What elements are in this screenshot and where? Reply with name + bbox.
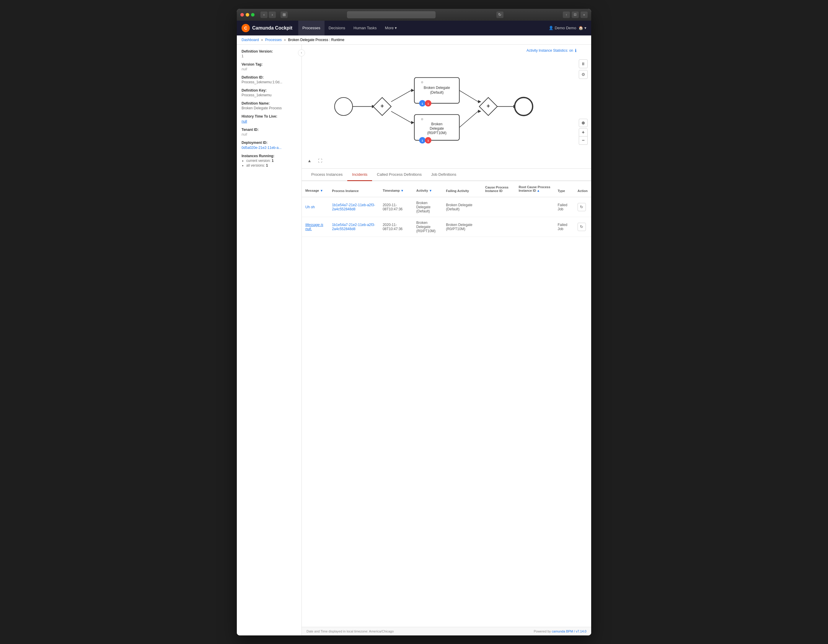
process-instance-link-1[interactable]: 1b1e54a7-21e2-11eb-a2f3-2a4c552848d8 bbox=[332, 203, 375, 211]
svg-text:Delegate: Delegate bbox=[430, 126, 444, 130]
username: Demo Demo bbox=[555, 26, 576, 30]
svg-text:(Default): (Default) bbox=[430, 90, 444, 94]
cell-root-cause-id-1 bbox=[515, 197, 554, 217]
reload-button[interactable]: ↻ bbox=[496, 11, 503, 18]
forward-button[interactable]: › bbox=[269, 11, 276, 18]
nav-processes[interactable]: Processes bbox=[298, 21, 325, 35]
cell-message-2: Message is null. bbox=[302, 217, 328, 237]
maximize-button[interactable] bbox=[251, 13, 254, 17]
breadcrumb-processes[interactable]: Processes bbox=[265, 38, 282, 42]
logo-icon: C bbox=[242, 24, 250, 32]
breadcrumb: Dashboard » Processes » Broken Delegate … bbox=[237, 35, 591, 45]
sidebar: ‹ Definition Version: 1 Version Tag: nul… bbox=[237, 45, 302, 635]
sidebar-version-tag: Version Tag: null bbox=[242, 62, 297, 71]
new-tab-button[interactable]: + bbox=[580, 11, 588, 18]
history-ttl-link[interactable]: null bbox=[242, 119, 247, 124]
retry-button-1[interactable]: ↻ bbox=[578, 203, 586, 211]
tab-called-process-definitions[interactable]: Called Process Definitions bbox=[372, 169, 427, 181]
camunda-link[interactable]: camunda BPM / v7.14.0 bbox=[552, 630, 586, 633]
diagram-expand-button[interactable]: ⛶ bbox=[316, 157, 324, 165]
minimize-button[interactable] bbox=[246, 13, 249, 17]
svg-text:Broken: Broken bbox=[431, 122, 442, 126]
cell-type-2: Failed Job bbox=[554, 217, 574, 237]
nav-human-tasks[interactable]: Human Tasks bbox=[349, 21, 381, 35]
cell-failing-activity-2: Broken Delegate (R0/PT10M) bbox=[442, 217, 481, 237]
col-activity: Activity ▾ bbox=[413, 181, 443, 197]
flow-2 bbox=[391, 90, 411, 102]
main-nav: Processes Decisions Human Tasks More ▾ bbox=[298, 21, 401, 35]
flow-5 bbox=[459, 111, 478, 127]
tab-process-instances[interactable]: Process Instances bbox=[306, 169, 347, 181]
col-timestamp: Timestamp ▾ bbox=[379, 181, 413, 197]
svg-text:Broken Delegate: Broken Delegate bbox=[424, 85, 450, 90]
main-layout: ‹ Definition Version: 1 Version Tag: nul… bbox=[237, 45, 591, 635]
tab-incidents[interactable]: Incidents bbox=[347, 169, 372, 181]
retry-button-2[interactable]: ↻ bbox=[578, 223, 586, 231]
start-event bbox=[334, 97, 353, 116]
bpmn-diagram: + ⚙ Broken Delegate (Default) 1 1 bbox=[302, 45, 591, 168]
app-name: Camunda Cockpit bbox=[252, 25, 292, 31]
zoom-in-button[interactable]: + bbox=[579, 128, 588, 137]
breadcrumb-current: Broken Delegate Process : Runtime bbox=[288, 38, 345, 42]
table-row: Message is null. 1b1e54a7-21e2-11eb-a2f3… bbox=[302, 217, 591, 237]
sidebar-deployment-id: Deployment ID: 0d5a020e-21e2-11eb-a... bbox=[242, 141, 297, 150]
home-button[interactable]: 🏠 ▾ bbox=[579, 26, 586, 30]
app-window: ‹ › ⊞ localhost ↻ ↑ ⊡ + C Camunda Cockpi… bbox=[237, 9, 591, 635]
fit-button[interactable]: ⊕ bbox=[579, 119, 588, 127]
table-row: Uh oh 1b1e54a7-21e2-11eb-a2f3-2a4c552848… bbox=[302, 197, 591, 217]
svg-text:⚙: ⚙ bbox=[421, 81, 423, 84]
breadcrumb-dashboard[interactable]: Dashboard bbox=[242, 38, 259, 42]
cell-root-cause-id-2 bbox=[515, 217, 554, 237]
user-button[interactable]: 👤 Demo Demo bbox=[549, 26, 576, 30]
back-button[interactable]: ‹ bbox=[260, 11, 268, 18]
process-instance-link-2[interactable]: 1b1e54a7-21e2-11eb-a2f3-2a4c552848d8 bbox=[332, 223, 375, 231]
col-type: Type bbox=[554, 181, 574, 197]
message-link-1[interactable]: Uh oh bbox=[305, 205, 315, 209]
sidebar-definition-name: Definition Name: Broken Delegate Process bbox=[242, 101, 297, 110]
flow-3 bbox=[391, 111, 411, 122]
cell-message-1: Uh oh bbox=[302, 197, 328, 217]
svg-text:1: 1 bbox=[422, 139, 423, 142]
diagram-up-button[interactable]: ▲ bbox=[305, 157, 314, 165]
cell-cause-id-2 bbox=[481, 217, 515, 237]
tab-job-definitions[interactable]: Job Definitions bbox=[427, 169, 461, 181]
cell-failing-activity-1: Broken Delegate (Default) bbox=[442, 197, 481, 217]
app-footer: Date and Time displayed in local timezon… bbox=[302, 627, 591, 635]
svg-marker-2 bbox=[411, 89, 414, 92]
col-message: Message ▾ bbox=[302, 181, 328, 197]
cell-timestamp-2: 2020-11-08T10:47:36 bbox=[379, 217, 413, 237]
app-logo: C Camunda Cockpit bbox=[242, 24, 292, 32]
url-bar[interactable]: localhost bbox=[347, 11, 436, 18]
user-icon: 👤 bbox=[549, 26, 554, 30]
cell-activity-1: Broken Delegate(Default) bbox=[413, 197, 443, 217]
col-process-instance: Process Instance bbox=[328, 181, 379, 197]
stats-label: Activity Instance Statistics: on bbox=[527, 49, 573, 53]
cell-type-1: Failed Job bbox=[554, 197, 574, 217]
col-action: Action bbox=[574, 181, 591, 197]
svg-text:(R0/PT10M): (R0/PT10M) bbox=[427, 131, 447, 135]
cell-action-1: ↻ bbox=[574, 197, 591, 217]
sidebar-toggle-button[interactable]: ⊡ bbox=[572, 11, 579, 18]
svg-marker-10 bbox=[411, 121, 414, 124]
deployment-id-link[interactable]: 0d5a020e-21e2-11eb-a... bbox=[242, 146, 281, 150]
view-button[interactable]: ⊞ bbox=[281, 11, 288, 18]
sidebar-definition-id: Definition ID: Process_1eknwmu:1:0d... bbox=[242, 75, 297, 84]
sidebar-collapse-button[interactable]: ‹ bbox=[298, 49, 305, 57]
diagram-area: Activity Instance Statistics: on ℹ ⏸ ⚙ bbox=[302, 45, 591, 169]
svg-text:+: + bbox=[487, 102, 490, 109]
settings-button[interactable]: ⚙ bbox=[579, 70, 588, 79]
end-event bbox=[515, 97, 533, 116]
close-button[interactable] bbox=[240, 13, 244, 17]
svg-text:1: 1 bbox=[427, 139, 429, 142]
share-button[interactable]: ↑ bbox=[563, 11, 570, 18]
nav-decisions[interactable]: Decisions bbox=[325, 21, 349, 35]
footer-timezone: Date and Time displayed in local timezon… bbox=[306, 630, 394, 633]
message-link-2[interactable]: Message is null. bbox=[305, 223, 323, 231]
info-icon: ℹ bbox=[575, 48, 576, 53]
zoom-out-button[interactable]: − bbox=[579, 137, 588, 145]
pause-button[interactable]: ⏸ bbox=[579, 60, 588, 68]
diagram-stats-header: Activity Instance Statistics: on ℹ bbox=[527, 48, 576, 53]
nav-more[interactable]: More ▾ bbox=[381, 21, 401, 35]
incidents-table-container: Message ▾ Process Instance Timestamp ▾ A… bbox=[302, 181, 591, 627]
window-controls bbox=[240, 13, 254, 17]
